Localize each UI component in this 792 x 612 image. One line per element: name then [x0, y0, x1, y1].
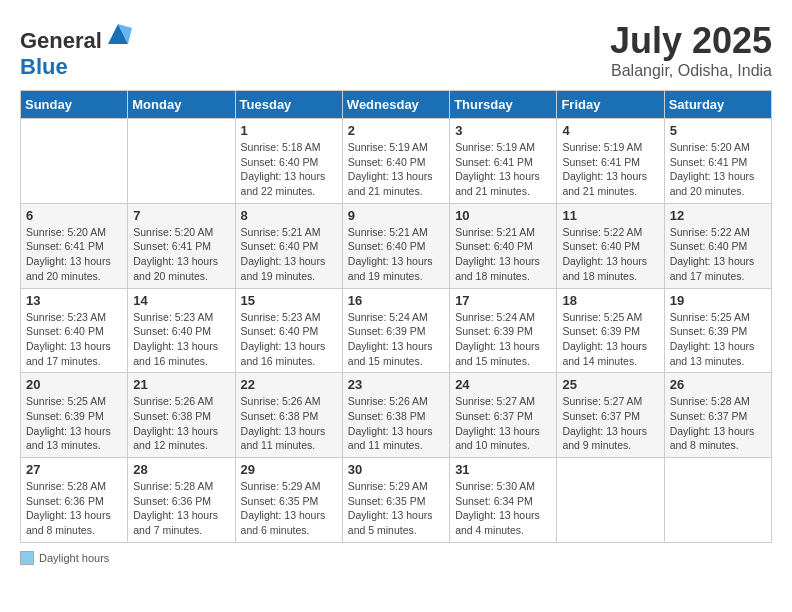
day-info: Sunrise: 5:28 AM Sunset: 6:36 PM Dayligh…: [133, 479, 229, 538]
logo-icon: [104, 20, 132, 48]
day-info: Sunrise: 5:20 AM Sunset: 6:41 PM Dayligh…: [670, 140, 766, 199]
calendar-cell: 13Sunrise: 5:23 AM Sunset: 6:40 PM Dayli…: [21, 288, 128, 373]
calendar-cell: 9Sunrise: 5:21 AM Sunset: 6:40 PM Daylig…: [342, 203, 449, 288]
calendar-cell: 12Sunrise: 5:22 AM Sunset: 6:40 PM Dayli…: [664, 203, 771, 288]
calendar-cell: 26Sunrise: 5:28 AM Sunset: 6:37 PM Dayli…: [664, 373, 771, 458]
day-number: 28: [133, 462, 229, 477]
title-block: July 2025 Balangir, Odisha, India: [610, 20, 772, 80]
calendar-cell: 17Sunrise: 5:24 AM Sunset: 6:39 PM Dayli…: [450, 288, 557, 373]
calendar-cell: 24Sunrise: 5:27 AM Sunset: 6:37 PM Dayli…: [450, 373, 557, 458]
day-info: Sunrise: 5:24 AM Sunset: 6:39 PM Dayligh…: [348, 310, 444, 369]
day-number: 10: [455, 208, 551, 223]
calendar-cell: 3Sunrise: 5:19 AM Sunset: 6:41 PM Daylig…: [450, 119, 557, 204]
day-number: 7: [133, 208, 229, 223]
calendar-cell: 21Sunrise: 5:26 AM Sunset: 6:38 PM Dayli…: [128, 373, 235, 458]
day-number: 27: [26, 462, 122, 477]
calendar-header-monday: Monday: [128, 91, 235, 119]
calendar-cell: 27Sunrise: 5:28 AM Sunset: 6:36 PM Dayli…: [21, 458, 128, 543]
footer-bar: Daylight hours: [20, 551, 772, 565]
day-number: 22: [241, 377, 337, 392]
day-info: Sunrise: 5:23 AM Sunset: 6:40 PM Dayligh…: [241, 310, 337, 369]
day-number: 16: [348, 293, 444, 308]
day-number: 9: [348, 208, 444, 223]
daylight-color-box: [20, 551, 34, 565]
day-info: Sunrise: 5:26 AM Sunset: 6:38 PM Dayligh…: [241, 394, 337, 453]
calendar-cell: 23Sunrise: 5:26 AM Sunset: 6:38 PM Dayli…: [342, 373, 449, 458]
day-info: Sunrise: 5:22 AM Sunset: 6:40 PM Dayligh…: [562, 225, 658, 284]
day-number: 8: [241, 208, 337, 223]
calendar-header-friday: Friday: [557, 91, 664, 119]
day-info: Sunrise: 5:20 AM Sunset: 6:41 PM Dayligh…: [26, 225, 122, 284]
day-info: Sunrise: 5:21 AM Sunset: 6:40 PM Dayligh…: [455, 225, 551, 284]
calendar-header-tuesday: Tuesday: [235, 91, 342, 119]
day-number: 1: [241, 123, 337, 138]
day-info: Sunrise: 5:25 AM Sunset: 6:39 PM Dayligh…: [26, 394, 122, 453]
day-number: 19: [670, 293, 766, 308]
day-number: 23: [348, 377, 444, 392]
day-info: Sunrise: 5:21 AM Sunset: 6:40 PM Dayligh…: [348, 225, 444, 284]
logo: General Blue: [20, 20, 132, 80]
calendar-cell: 22Sunrise: 5:26 AM Sunset: 6:38 PM Dayli…: [235, 373, 342, 458]
day-number: 12: [670, 208, 766, 223]
calendar-cell: 8Sunrise: 5:21 AM Sunset: 6:40 PM Daylig…: [235, 203, 342, 288]
calendar-cell: 28Sunrise: 5:28 AM Sunset: 6:36 PM Dayli…: [128, 458, 235, 543]
day-info: Sunrise: 5:21 AM Sunset: 6:40 PM Dayligh…: [241, 225, 337, 284]
day-info: Sunrise: 5:26 AM Sunset: 6:38 PM Dayligh…: [348, 394, 444, 453]
day-info: Sunrise: 5:19 AM Sunset: 6:40 PM Dayligh…: [348, 140, 444, 199]
daylight-label: Daylight hours: [39, 552, 109, 564]
day-info: Sunrise: 5:27 AM Sunset: 6:37 PM Dayligh…: [562, 394, 658, 453]
day-number: 26: [670, 377, 766, 392]
day-info: Sunrise: 5:19 AM Sunset: 6:41 PM Dayligh…: [562, 140, 658, 199]
calendar-location: Balangir, Odisha, India: [610, 62, 772, 80]
day-info: Sunrise: 5:29 AM Sunset: 6:35 PM Dayligh…: [241, 479, 337, 538]
day-number: 2: [348, 123, 444, 138]
calendar-cell: [664, 458, 771, 543]
day-number: 20: [26, 377, 122, 392]
calendar-cell: 14Sunrise: 5:23 AM Sunset: 6:40 PM Dayli…: [128, 288, 235, 373]
day-number: 4: [562, 123, 658, 138]
day-number: 5: [670, 123, 766, 138]
calendar-header-saturday: Saturday: [664, 91, 771, 119]
day-number: 24: [455, 377, 551, 392]
calendar-cell: 31Sunrise: 5:30 AM Sunset: 6:34 PM Dayli…: [450, 458, 557, 543]
calendar-cell: 19Sunrise: 5:25 AM Sunset: 6:39 PM Dayli…: [664, 288, 771, 373]
day-info: Sunrise: 5:22 AM Sunset: 6:40 PM Dayligh…: [670, 225, 766, 284]
page-header: General Blue July 2025 Balangir, Odisha,…: [20, 20, 772, 80]
calendar-cell: 18Sunrise: 5:25 AM Sunset: 6:39 PM Dayli…: [557, 288, 664, 373]
day-info: Sunrise: 5:19 AM Sunset: 6:41 PM Dayligh…: [455, 140, 551, 199]
calendar-cell: [557, 458, 664, 543]
calendar-cell: 2Sunrise: 5:19 AM Sunset: 6:40 PM Daylig…: [342, 119, 449, 204]
logo-text: General Blue: [20, 20, 132, 80]
day-number: 21: [133, 377, 229, 392]
calendar-header-wednesday: Wednesday: [342, 91, 449, 119]
calendar-week-1: 1Sunrise: 5:18 AM Sunset: 6:40 PM Daylig…: [21, 119, 772, 204]
calendar-header-thursday: Thursday: [450, 91, 557, 119]
day-info: Sunrise: 5:27 AM Sunset: 6:37 PM Dayligh…: [455, 394, 551, 453]
calendar-cell: 1Sunrise: 5:18 AM Sunset: 6:40 PM Daylig…: [235, 119, 342, 204]
calendar-table: SundayMondayTuesdayWednesdayThursdayFrid…: [20, 90, 772, 543]
calendar-week-4: 20Sunrise: 5:25 AM Sunset: 6:39 PM Dayli…: [21, 373, 772, 458]
calendar-header-row: SundayMondayTuesdayWednesdayThursdayFrid…: [21, 91, 772, 119]
day-info: Sunrise: 5:28 AM Sunset: 6:36 PM Dayligh…: [26, 479, 122, 538]
day-info: Sunrise: 5:26 AM Sunset: 6:38 PM Dayligh…: [133, 394, 229, 453]
calendar-cell: 11Sunrise: 5:22 AM Sunset: 6:40 PM Dayli…: [557, 203, 664, 288]
day-info: Sunrise: 5:18 AM Sunset: 6:40 PM Dayligh…: [241, 140, 337, 199]
calendar-header-sunday: Sunday: [21, 91, 128, 119]
calendar-cell: 7Sunrise: 5:20 AM Sunset: 6:41 PM Daylig…: [128, 203, 235, 288]
calendar-cell: [128, 119, 235, 204]
day-number: 13: [26, 293, 122, 308]
day-number: 3: [455, 123, 551, 138]
logo-general: General: [20, 28, 102, 53]
calendar-cell: [21, 119, 128, 204]
day-info: Sunrise: 5:25 AM Sunset: 6:39 PM Dayligh…: [670, 310, 766, 369]
calendar-cell: 5Sunrise: 5:20 AM Sunset: 6:41 PM Daylig…: [664, 119, 771, 204]
day-number: 30: [348, 462, 444, 477]
calendar-week-5: 27Sunrise: 5:28 AM Sunset: 6:36 PM Dayli…: [21, 458, 772, 543]
calendar-cell: 10Sunrise: 5:21 AM Sunset: 6:40 PM Dayli…: [450, 203, 557, 288]
day-info: Sunrise: 5:20 AM Sunset: 6:41 PM Dayligh…: [133, 225, 229, 284]
day-number: 11: [562, 208, 658, 223]
day-info: Sunrise: 5:25 AM Sunset: 6:39 PM Dayligh…: [562, 310, 658, 369]
day-number: 25: [562, 377, 658, 392]
calendar-cell: 30Sunrise: 5:29 AM Sunset: 6:35 PM Dayli…: [342, 458, 449, 543]
calendar-week-3: 13Sunrise: 5:23 AM Sunset: 6:40 PM Dayli…: [21, 288, 772, 373]
